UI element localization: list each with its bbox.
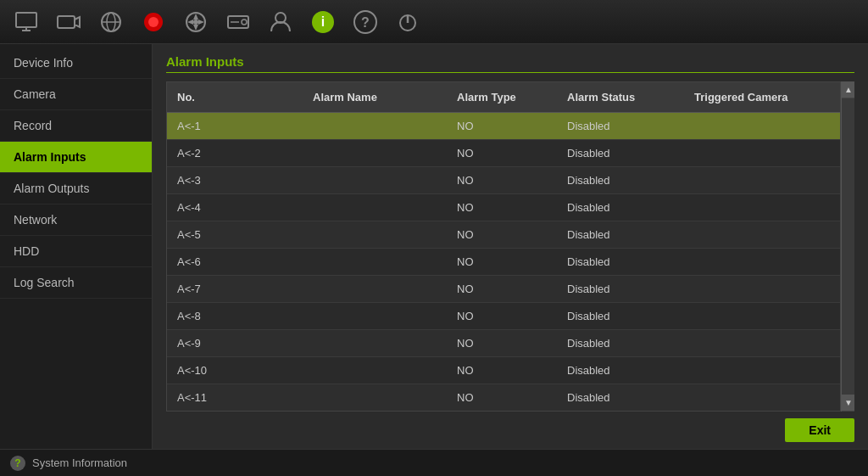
cell-triggered-camera bbox=[684, 276, 840, 302]
cell-alarm-type: NO bbox=[447, 303, 557, 329]
cell-no: A<-4 bbox=[167, 194, 303, 221]
svg-point-9 bbox=[148, 17, 159, 27]
svg-marker-11 bbox=[193, 14, 198, 20]
table-row[interactable]: A<-5 NO Disabled bbox=[167, 221, 840, 249]
cell-alarm-name bbox=[303, 194, 447, 221]
table-row[interactable]: A<-3 NO Disabled bbox=[167, 167, 840, 194]
page-title: Alarm Inputs bbox=[166, 54, 854, 73]
sidebar-item-record[interactable]: Record bbox=[0, 110, 152, 142]
ptz-icon[interactable] bbox=[178, 4, 214, 40]
table-row[interactable]: A<-9 NO Disabled bbox=[167, 330, 840, 357]
cell-alarm-type: NO bbox=[447, 357, 557, 384]
scroll-up-button[interactable]: ▲ bbox=[842, 81, 854, 98]
table-container: No. Alarm Name Alarm Type Alarm Status T… bbox=[166, 81, 841, 412]
cell-no: A<-3 bbox=[167, 167, 303, 193]
cell-no: A<-5 bbox=[167, 221, 303, 248]
cell-alarm-status: Disabled bbox=[557, 249, 684, 275]
cell-triggered-camera bbox=[684, 167, 840, 193]
alarm-inputs-table: No. Alarm Name Alarm Type Alarm Status T… bbox=[166, 81, 854, 412]
cell-alarm-name bbox=[303, 221, 447, 248]
cell-no: A<-9 bbox=[167, 330, 303, 356]
cell-no: A<-6 bbox=[167, 249, 303, 275]
cell-alarm-type: NO bbox=[447, 221, 557, 248]
cell-alarm-name bbox=[303, 167, 447, 193]
svg-marker-13 bbox=[187, 20, 193, 25]
cell-alarm-type: NO bbox=[447, 249, 557, 275]
sidebar-item-camera[interactable]: Camera bbox=[0, 79, 152, 110]
col-alarm-type: Alarm Type bbox=[447, 87, 557, 107]
scroll-down-button[interactable]: ▼ bbox=[842, 395, 854, 412]
table-body[interactable]: A<-1 NO Disabled A<-2 NO Disabled A<-3 N… bbox=[167, 113, 840, 411]
cell-alarm-name bbox=[303, 113, 447, 139]
cell-alarm-name bbox=[303, 357, 447, 384]
user-icon[interactable] bbox=[263, 4, 298, 40]
table-row[interactable]: A<-4 NO Disabled bbox=[167, 194, 840, 221]
table-row[interactable]: A<-7 NO Disabled bbox=[167, 276, 840, 303]
network-globe-icon[interactable] bbox=[93, 4, 129, 40]
table-header: No. Alarm Name Alarm Type Alarm Status T… bbox=[167, 82, 840, 113]
cell-alarm-status: Disabled bbox=[557, 194, 684, 221]
scroll-controls: ▲ ▼ bbox=[841, 81, 854, 412]
svg-marker-12 bbox=[193, 25, 198, 31]
cell-alarm-status: Disabled bbox=[557, 276, 684, 302]
exit-button[interactable]: Exit bbox=[785, 418, 854, 442]
help-icon[interactable]: ? bbox=[348, 4, 383, 40]
sidebar-item-alarm-outputs[interactable]: Alarm Outputs bbox=[0, 173, 152, 204]
cell-triggered-camera bbox=[684, 303, 840, 329]
toolbar: i ? bbox=[0, 0, 868, 44]
table-row[interactable]: A<-2 NO Disabled bbox=[167, 140, 840, 167]
cell-alarm-type: NO bbox=[447, 384, 557, 411]
table-row[interactable]: A<-11 NO Disabled bbox=[167, 384, 840, 411]
cell-alarm-status: Disabled bbox=[557, 113, 684, 139]
svg-text:i: i bbox=[321, 14, 325, 29]
cell-triggered-camera bbox=[684, 221, 840, 248]
col-no: No. bbox=[167, 87, 303, 107]
monitor-icon[interactable] bbox=[8, 4, 44, 40]
record-icon[interactable] bbox=[136, 4, 171, 40]
cell-alarm-name bbox=[303, 249, 447, 275]
cell-alarm-type: NO bbox=[447, 113, 557, 139]
cell-alarm-type: NO bbox=[447, 330, 557, 356]
cell-alarm-status: Disabled bbox=[557, 221, 684, 248]
cell-alarm-name bbox=[303, 330, 447, 356]
cell-alarm-status: Disabled bbox=[557, 167, 684, 193]
cell-alarm-name bbox=[303, 276, 447, 302]
cell-no: A<-10 bbox=[167, 357, 303, 384]
table-row[interactable]: A<-10 NO Disabled bbox=[167, 357, 840, 384]
cell-alarm-type: NO bbox=[447, 140, 557, 166]
cell-triggered-camera bbox=[684, 113, 840, 139]
hdd-icon[interactable] bbox=[220, 4, 256, 40]
sidebar-item-network[interactable]: Network bbox=[0, 204, 152, 236]
sidebar-item-log-search[interactable]: Log Search bbox=[0, 267, 152, 299]
cell-alarm-name bbox=[303, 384, 447, 411]
cell-no: A<-8 bbox=[167, 303, 303, 329]
col-triggered-camera: Triggered Camera bbox=[684, 87, 840, 107]
cell-no: A<-1 bbox=[167, 113, 303, 139]
cell-triggered-camera bbox=[684, 330, 840, 356]
question-circle-icon: ? bbox=[10, 456, 25, 471]
svg-point-17 bbox=[242, 20, 247, 25]
svg-marker-4 bbox=[75, 17, 80, 27]
table-row[interactable]: A<-8 NO Disabled bbox=[167, 303, 840, 330]
table-row[interactable]: A<-1 NO Disabled bbox=[167, 113, 840, 140]
sidebar-item-hdd[interactable]: HDD bbox=[0, 236, 152, 267]
cell-triggered-camera bbox=[684, 194, 840, 221]
cell-alarm-status: Disabled bbox=[557, 357, 684, 384]
sidebar-item-device-info[interactable]: Device Info bbox=[0, 48, 152, 79]
content-area: Alarm Inputs No. Alarm Name Alarm Type A… bbox=[153, 44, 868, 449]
power-icon[interactable] bbox=[390, 4, 426, 40]
table-row[interactable]: A<-6 NO Disabled bbox=[167, 249, 840, 276]
camera-icon[interactable] bbox=[51, 4, 86, 40]
cell-alarm-status: Disabled bbox=[557, 140, 684, 166]
cell-triggered-camera bbox=[684, 249, 840, 275]
info-icon[interactable]: i bbox=[305, 4, 341, 40]
col-alarm-name: Alarm Name bbox=[303, 87, 447, 107]
sidebar-item-alarm-inputs[interactable]: Alarm Inputs bbox=[0, 142, 152, 173]
sidebar: Device InfoCameraRecordAlarm InputsAlarm… bbox=[0, 44, 153, 449]
cell-alarm-type: NO bbox=[447, 167, 557, 193]
system-info-text: System Information bbox=[32, 456, 127, 469]
cell-triggered-camera bbox=[684, 384, 840, 411]
cell-no: A<-11 bbox=[167, 384, 303, 411]
cell-triggered-camera bbox=[684, 140, 840, 166]
cell-alarm-type: NO bbox=[447, 276, 557, 302]
